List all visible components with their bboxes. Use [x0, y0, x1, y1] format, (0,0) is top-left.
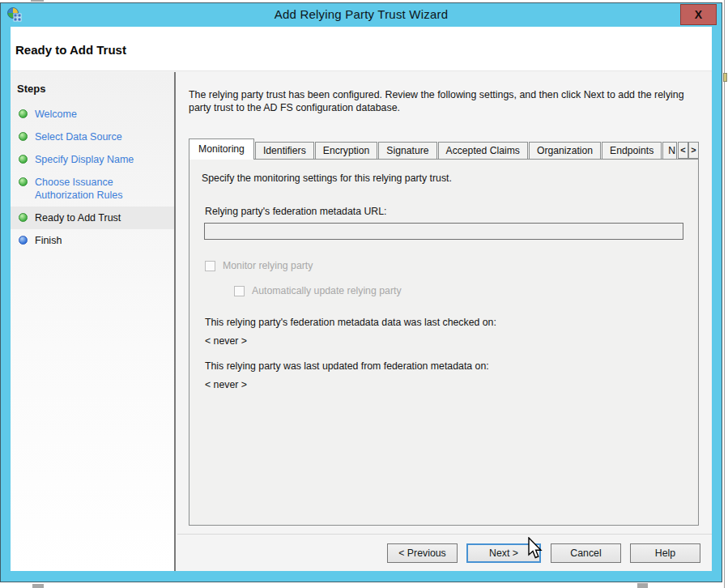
last-checked-value: < never >: [205, 335, 698, 347]
wizard-window: Add Relying Party Trust Wizard X Ready t…: [0, 2, 722, 582]
step-label: Select Data Source: [35, 131, 122, 143]
sidebar-item-choose-issuance-authorization-rules[interactable]: Choose Issuance Authorization Rules: [11, 171, 174, 207]
sidebar-item-select-data-source[interactable]: Select Data Source: [11, 126, 174, 148]
step-label: Finish: [35, 235, 62, 246]
main-pane: The relying party trust has been configu…: [177, 72, 712, 571]
tab-organization[interactable]: Organization: [529, 142, 601, 159]
auto-update-relying-party-checkbox-row: Automatically update relying party: [234, 285, 698, 296]
tab-truncated[interactable]: N: [662, 142, 677, 159]
sidebar-item-finish[interactable]: Finish: [11, 229, 174, 252]
federation-metadata-url-input: [204, 223, 683, 240]
tab-signature[interactable]: Signature: [378, 142, 436, 159]
last-updated-value: < never >: [205, 379, 698, 390]
step-completed-icon: [19, 155, 28, 164]
step-current-icon: [19, 213, 28, 222]
tab-strip: Monitoring Identifiers Encryption Signat…: [189, 138, 699, 159]
monitoring-tab-panel: Specify the monitoring settings for this…: [189, 159, 699, 526]
background-artifact: [32, 584, 44, 588]
sidebar-item-ready-to-add-trust[interactable]: Ready to Add Trust: [11, 207, 174, 229]
last-checked-label: This relying party's federation metadata…: [205, 317, 698, 328]
checkbox-unchecked-icon: [205, 261, 215, 271]
tab-scroll-left-icon[interactable]: <: [678, 142, 688, 159]
window-title: Add Relying Party Trust Wizard: [1, 7, 722, 21]
step-label: Ready to Add Trust: [35, 212, 121, 224]
settings-tabs-region: Monitoring Identifiers Encryption Signat…: [189, 138, 699, 526]
previous-button[interactable]: < Previous: [387, 543, 458, 563]
step-completed-icon: [19, 132, 28, 141]
monitor-relying-party-checkbox-row: Monitor relying party: [205, 260, 698, 271]
tab-accepted-claims[interactable]: Accepted Claims: [438, 142, 528, 159]
checkbox-unchecked-icon: [234, 286, 245, 296]
page-title: Ready to Add Trust: [11, 27, 712, 57]
help-button[interactable]: Help: [630, 543, 700, 563]
tab-identifiers[interactable]: Identifiers: [255, 142, 314, 159]
tab-scroll-right-icon[interactable]: >: [688, 142, 699, 159]
auto-update-relying-party-label: Automatically update relying party: [252, 285, 402, 296]
background-window-edge: [724, 0, 725, 588]
step-label: Choose Issuance Authorization Rules: [35, 177, 122, 201]
titlebar[interactable]: Add Relying Party Trust Wizard X: [1, 3, 722, 26]
step-completed-icon: [19, 177, 28, 186]
steps-sidebar: Steps Welcome Select Data Source Specify…: [11, 72, 176, 571]
background-artifact: [637, 583, 648, 588]
sidebar-item-welcome[interactable]: Welcome: [11, 103, 174, 126]
background-artifact: [723, 73, 727, 82]
sidebar-item-specify-display-name[interactable]: Specify Display Name: [11, 148, 174, 171]
federation-metadata-url-label: Relying party's federation metadata URL:: [205, 206, 698, 217]
page-header: Ready to Add Trust: [11, 27, 712, 71]
tab-monitoring[interactable]: Monitoring: [189, 138, 254, 160]
tab-encryption[interactable]: Encryption: [315, 142, 378, 159]
step-upcoming-icon: [19, 236, 28, 245]
tab-endpoints[interactable]: Endpoints: [602, 142, 662, 159]
close-icon[interactable]: X: [680, 4, 717, 25]
monitor-relying-party-label: Monitor relying party: [223, 260, 313, 271]
step-completed-icon: [19, 109, 28, 118]
monitoring-intro-text: Specify the monitoring settings for this…: [202, 173, 698, 184]
window-body: Ready to Add Trust Steps Welcome Select …: [11, 27, 712, 571]
page-description: The relying party trust has been configu…: [189, 89, 709, 114]
last-updated-label: This relying party was last updated from…: [205, 360, 698, 372]
footer-button-bar: < Previous Next > Cancel Help: [177, 534, 712, 571]
step-label: Specify Display Name: [35, 154, 134, 165]
next-button[interactable]: Next >: [466, 543, 541, 563]
cancel-button[interactable]: Cancel: [551, 543, 621, 563]
steps-title: Steps: [17, 83, 174, 95]
step-label: Welcome: [35, 109, 77, 120]
background-artifact: [31, 0, 44, 2]
